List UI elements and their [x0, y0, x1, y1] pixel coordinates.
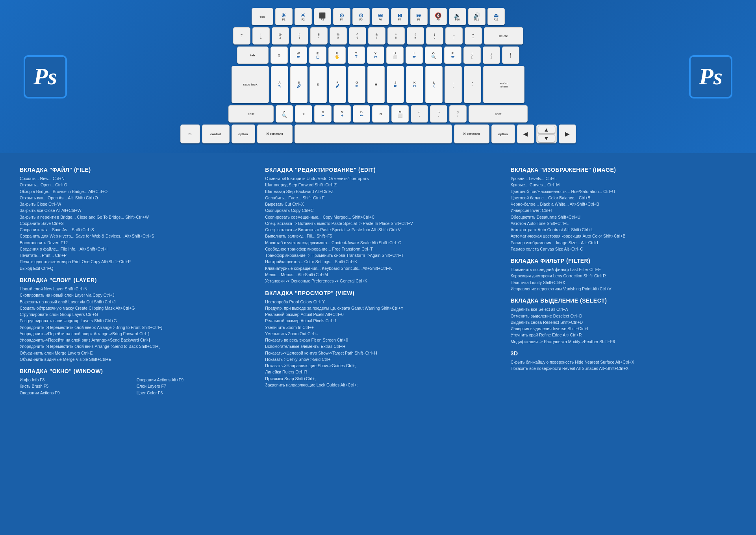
view-item-2: Реальный размер Actual Pixels Alt+Ctrl+0	[265, 311, 491, 318]
key-minus[interactable]: _-	[445, 27, 463, 45]
key-h[interactable]: H	[367, 66, 385, 103]
key-f1[interactable]: ☀F1	[275, 8, 293, 25]
key-j[interactable]: J✏	[387, 66, 404, 103]
content-section: ВКЛАДКА "ФАЙЛ" (FILE) Создать... New... …	[0, 153, 756, 405]
view-item-1: Предупр. при выходе за пределы цв. охват…	[265, 305, 491, 311]
key-f4[interactable]: ⊙F4	[333, 8, 350, 25]
key-fn[interactable]: fn	[180, 124, 200, 143]
key-b[interactable]: B✏	[353, 105, 370, 123]
key-3[interactable]: #3	[291, 27, 308, 45]
key-shift-right[interactable]: shift	[469, 105, 528, 123]
key-arrow-down[interactable]: ▼	[538, 134, 555, 142]
key-1[interactable]: !1	[252, 27, 270, 45]
image-item-4: Черно-белое... Black a White... Alt+Shif…	[511, 201, 736, 207]
image-item-2: Цветовой тон/Насыщенность... Hue/Saturat…	[511, 188, 736, 195]
key-arrow-left[interactable]: ◀	[517, 124, 534, 143]
key-comma[interactable]: <,	[411, 105, 428, 123]
filter-item-3: Исправление перспективы Vanishing Point …	[511, 286, 736, 292]
key-0[interactable]: )0	[426, 27, 443, 45]
key-slash[interactable]: ?/	[449, 105, 467, 123]
row-qwerty: tab Q W✏ E◻ R🖐 TT Y✂ U⬜ I✏ O🔍 P✏ {[ }] |…	[79, 46, 677, 64]
image-item-3: Цветовой баланс... Color Balance... Ctrl…	[511, 195, 736, 201]
key-tab[interactable]: tab	[237, 46, 269, 64]
key-t[interactable]: TT	[348, 46, 365, 64]
file-item-0: Создать... New... Ctrl+N	[20, 175, 245, 182]
key-4[interactable]: $4	[310, 27, 328, 45]
filter-item-2: Пластика Liquify Shift+Ctrl+X	[511, 279, 736, 286]
edit-item-1: Шаг вперед Step Forward Shift+Ctrl+Z	[265, 182, 491, 188]
key-esc[interactable]: esc	[252, 8, 273, 25]
image-item-6: Обесцветить Desaturate Shift+Ctrl+U	[511, 214, 736, 220]
image-item-10: Размер изображения... Image Size... Alt+…	[511, 240, 736, 246]
key-command-right[interactable]: ⌘ command	[454, 124, 489, 143]
key-g[interactable]: G✒	[348, 66, 365, 103]
key-equals[interactable]: +=	[465, 27, 482, 45]
key-7[interactable]: &7	[368, 27, 385, 45]
key-f6[interactable]: ⏮F6	[372, 8, 389, 25]
key-e[interactable]: E◻	[309, 46, 326, 64]
key-v[interactable]: V+	[334, 105, 351, 123]
key-y[interactable]: Y✂	[367, 46, 384, 64]
key-f10[interactable]: 🔉F10	[449, 8, 466, 25]
key-f[interactable]: F🖊	[329, 66, 346, 103]
shortcut-block-image: Уровни... Levels... Ctrl+L Кривые... Cur…	[511, 175, 736, 252]
key-2[interactable]: @2	[272, 27, 289, 45]
key-6[interactable]: ^6	[349, 27, 366, 45]
key-a[interactable]: A↖	[271, 66, 288, 103]
key-quote[interactable]: "'	[464, 66, 481, 103]
key-s[interactable]: S🖊	[290, 66, 308, 103]
key-enter[interactable]: enterreturn	[483, 66, 524, 103]
shortcut-block-layer: Новый слой New Layer Shift+Ctrl+N Скопир…	[20, 286, 245, 362]
key-i[interactable]: I✏	[406, 46, 423, 64]
image-item-5: Инверсия Invert Ctrl+I	[511, 207, 736, 214]
key-f8[interactable]: ⏭F8	[410, 8, 428, 25]
key-option-right[interactable]: option	[491, 124, 515, 143]
key-backspace[interactable]: delete	[484, 27, 523, 45]
key-lbracket[interactable]: {[	[463, 46, 481, 64]
key-9[interactable]: (9	[407, 27, 424, 45]
key-n[interactable]: N	[372, 105, 389, 123]
key-f11[interactable]: 🔊F11	[468, 8, 485, 25]
key-semicolon[interactable]: :;	[445, 66, 462, 103]
key-tilde[interactable]: ~`	[233, 27, 250, 45]
key-x[interactable]: X	[295, 105, 312, 123]
3d-item-0: Скрыть ближайшую поверхность Hide Neares…	[511, 359, 736, 365]
key-f5[interactable]: ⊙F5	[352, 8, 370, 25]
key-c[interactable]: C✂	[314, 105, 332, 123]
key-arrow-up[interactable]: ▲	[538, 126, 555, 134]
key-w[interactable]: W✏	[290, 46, 307, 64]
key-option-left[interactable]: option	[232, 124, 255, 143]
key-command-left[interactable]: ⌘ command	[257, 124, 293, 143]
file-item-12: Печатать... Print... Ctrl+P	[20, 252, 245, 258]
key-rbracket[interactable]: }]	[483, 46, 500, 64]
key-u[interactable]: U⬜	[386, 46, 404, 64]
key-5[interactable]: %5	[330, 27, 347, 45]
key-d[interactable]: D	[309, 66, 327, 103]
key-f9[interactable]: 🔇F9	[430, 8, 447, 25]
key-arrow-right[interactable]: ▶	[559, 124, 576, 143]
key-l[interactable]: L⟨	[425, 66, 443, 103]
column-left: ВКЛАДКА "ФАЙЛ" (FILE) Создать... New... …	[16, 161, 249, 398]
key-f7[interactable]: ⏯F7	[391, 8, 408, 25]
key-m[interactable]: M⬜	[391, 105, 409, 123]
key-8[interactable]: *8	[387, 27, 405, 45]
edit-item-7: Спец. вставка -> Вставить вместо Paste S…	[265, 220, 491, 227]
key-r[interactable]: R🖐	[328, 46, 346, 64]
key-o[interactable]: O🔍	[425, 46, 442, 64]
key-f12[interactable]: ⏏F12	[487, 8, 505, 25]
key-f3[interactable]: ⬛F3	[314, 8, 331, 25]
key-f2[interactable]: ☀F2	[295, 8, 312, 25]
file-item-11: Сведения о файле... File Info... Alt+Shi…	[20, 246, 245, 252]
key-period[interactable]: >.	[430, 105, 447, 123]
key-z[interactable]: Z🔍	[276, 105, 293, 123]
key-k[interactable]: K✂	[406, 66, 423, 103]
key-caps[interactable]: caps lock	[232, 66, 269, 103]
key-p[interactable]: P✏	[444, 46, 461, 64]
key-control[interactable]: control	[202, 124, 230, 143]
layer-item-10: Объединить слои Merge Layers Ctrl+E	[20, 350, 245, 356]
key-backslash[interactable]: |\	[502, 46, 519, 64]
key-q[interactable]: Q	[271, 46, 288, 64]
filter-item-1: Коррекция дисторсии Lens Correction Shif…	[511, 273, 736, 279]
key-shift-left[interactable]: shift	[228, 105, 274, 123]
key-space[interactable]	[295, 124, 452, 143]
